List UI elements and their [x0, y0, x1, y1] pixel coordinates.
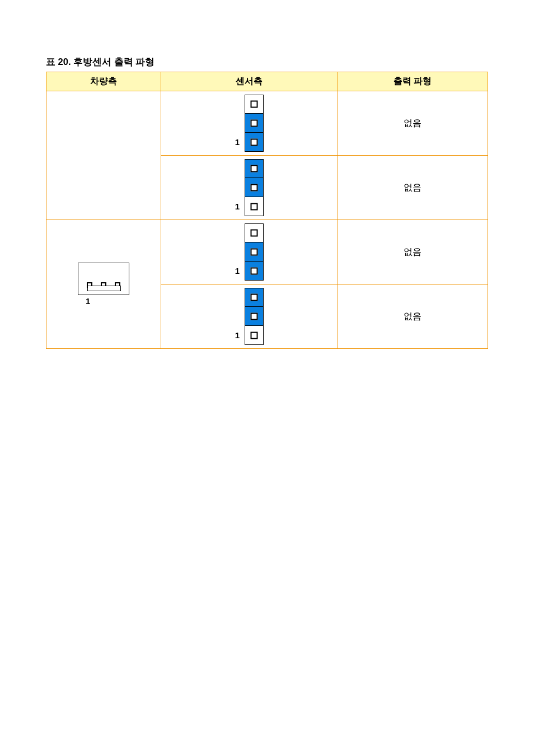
sensor-block-stack	[245, 288, 264, 345]
output-cell: 없음	[338, 220, 488, 284]
output-waveform-table: 차량측 센서측 출력 파형 1	[46, 72, 488, 349]
sensor-pin-1	[245, 326, 264, 345]
sensor-cell: 1	[161, 156, 338, 220]
connector-slot	[87, 286, 121, 291]
table-title: 표 20. 후방센서 출력 파형	[46, 31, 488, 68]
connector-icon	[78, 263, 129, 295]
vehicle-cell	[46, 91, 161, 220]
sensor-pin-3	[245, 95, 264, 114]
sensor-pin-2	[245, 114, 264, 133]
block-number: 1	[235, 262, 242, 281]
col-header-vehicle: 차량측	[46, 72, 161, 91]
table-row: 1 1 없음	[46, 220, 488, 284]
sensor-block-stack	[245, 95, 264, 152]
output-cell: 없음	[338, 156, 488, 220]
sensor-pin-3	[245, 159, 264, 178]
table-header-row: 차량측 센서측 출력 파형	[46, 72, 488, 91]
output-cell: 없음	[338, 284, 488, 349]
sensor-pin-1	[245, 133, 264, 152]
block-number: 1	[235, 197, 242, 216]
vehicle-connector: 1	[78, 263, 129, 306]
sensor-block-stack	[245, 223, 264, 281]
connector-label: 1	[78, 295, 129, 306]
sensor-cell: 1	[161, 91, 338, 156]
sensor-cell: 1	[161, 284, 338, 349]
block-number: 1	[235, 326, 242, 345]
sensor-pin-1	[245, 197, 264, 216]
sensor-block-stack	[245, 159, 264, 216]
col-header-output: 출력 파형	[338, 72, 488, 91]
sensor-cell: 1	[161, 220, 338, 284]
sensor-pin-1	[245, 262, 264, 281]
sensor-pin-2	[245, 178, 264, 197]
page-container: 표 20. 후방센서 출력 파형 차량측 센서측 출력 파형 1	[0, 0, 534, 349]
block-number: 1	[235, 133, 242, 152]
vehicle-cell: 1	[46, 220, 161, 349]
sensor-pin-3	[245, 288, 264, 307]
table-row: 1 없음	[46, 91, 488, 156]
output-cell: 없음	[338, 91, 488, 156]
col-header-sensor: 센서측	[161, 72, 338, 91]
sensor-pin-2	[245, 307, 264, 326]
sensor-pin-2	[245, 242, 264, 262]
sensor-pin-3	[245, 223, 264, 242]
